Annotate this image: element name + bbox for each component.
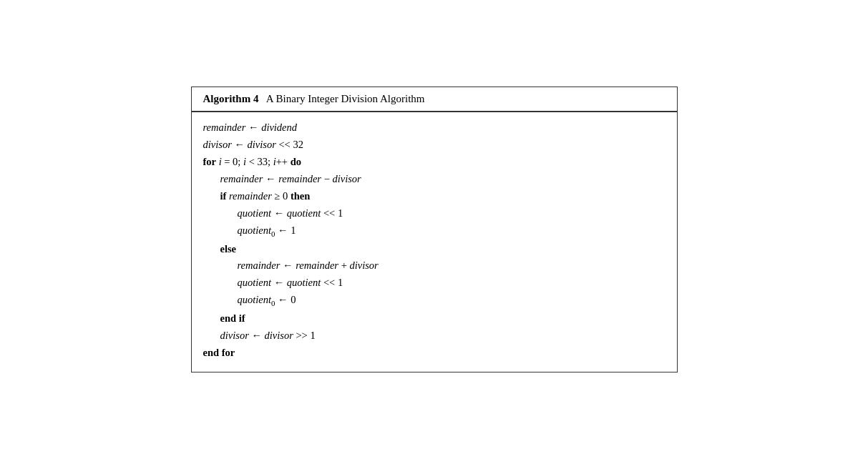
line-4: remainder ← remainder − divisor — [203, 171, 665, 188]
line-7: quotient0 ← 1 — [203, 222, 665, 241]
line-8: else — [203, 241, 665, 258]
line-11: quotient0 ← 0 — [203, 292, 665, 310]
algorithm-body: remainder ← dividend divisor ← divisor <… — [192, 112, 677, 372]
line-10: quotient ← quotient << 1 — [203, 275, 665, 292]
algorithm-box: Algorithm 4 A Binary Integer Division Al… — [191, 87, 678, 372]
line-3: for i = 0; i < 33; i++ do — [203, 154, 665, 171]
line-1: remainder ← dividend — [203, 119, 665, 137]
line-2: divisor ← divisor << 32 — [203, 137, 665, 154]
line-13: divisor ← divisor >> 1 — [203, 327, 665, 345]
line-12: end if — [203, 310, 665, 327]
line-9: remainder ← remainder + divisor — [203, 257, 665, 275]
algorithm-title: A Binary Integer Division Algorithm — [266, 93, 425, 104]
algorithm-number: Algorithm 4 — [203, 93, 259, 104]
line-6: quotient ← quotient << 1 — [203, 205, 665, 222]
algorithm-header: Algorithm 4 A Binary Integer Division Al… — [192, 87, 677, 112]
line-5: if remainder ≥ 0 then — [203, 188, 665, 205]
line-14: end for — [203, 345, 665, 362]
